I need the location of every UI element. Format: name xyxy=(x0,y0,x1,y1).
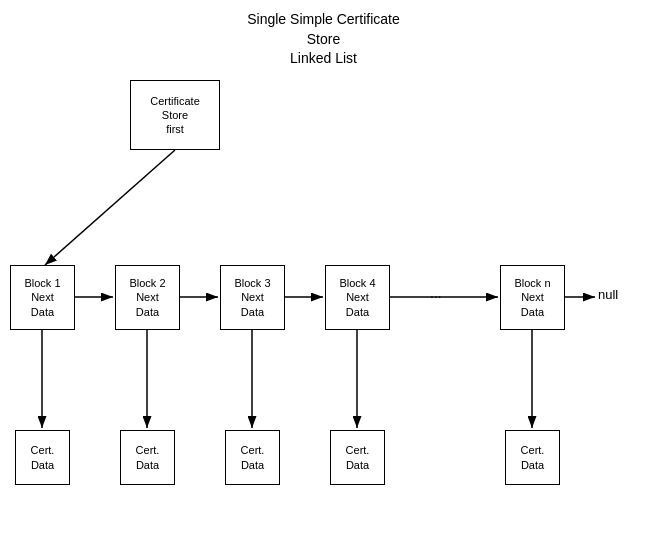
title-line2: Store xyxy=(307,31,340,47)
title-line3: Linked List xyxy=(290,50,357,66)
block-4: Block 4NextData xyxy=(325,265,390,330)
null-label: null xyxy=(598,287,618,302)
cert-data-2: Cert.Data xyxy=(120,430,175,485)
diagram-title: Single Simple Certificate Store Linked L… xyxy=(0,10,647,69)
block-3: Block 3NextData xyxy=(220,265,285,330)
cert-1-label: Cert.Data xyxy=(31,443,55,472)
cert-store-label: CertificateStorefirst xyxy=(150,94,200,137)
cert-n-label: Cert.Data xyxy=(521,443,545,472)
cert-data-n: Cert.Data xyxy=(505,430,560,485)
block-4-label: Block 4NextData xyxy=(339,276,375,319)
svg-line-1 xyxy=(45,150,175,265)
cert-3-label: Cert.Data xyxy=(241,443,265,472)
cert-2-label: Cert.Data xyxy=(136,443,160,472)
cert-data-3: Cert.Data xyxy=(225,430,280,485)
diagram: Single Simple Certificate Store Linked L… xyxy=(0,0,647,547)
block-1: Block 1NextData xyxy=(10,265,75,330)
block-1-label: Block 1NextData xyxy=(24,276,60,319)
cert-data-4: Cert.Data xyxy=(330,430,385,485)
cert-data-1: Cert.Data xyxy=(15,430,70,485)
block-2: Block 2NextData xyxy=(115,265,180,330)
block-2-label: Block 2NextData xyxy=(129,276,165,319)
svg-text:···: ··· xyxy=(430,288,442,304)
title-line1: Single Simple Certificate xyxy=(247,11,400,27)
cert-4-label: Cert.Data xyxy=(346,443,370,472)
block-3-label: Block 3NextData xyxy=(234,276,270,319)
block-n-label: Block nNextData xyxy=(514,276,550,319)
cert-store-box: CertificateStorefirst xyxy=(130,80,220,150)
block-n: Block nNextData xyxy=(500,265,565,330)
